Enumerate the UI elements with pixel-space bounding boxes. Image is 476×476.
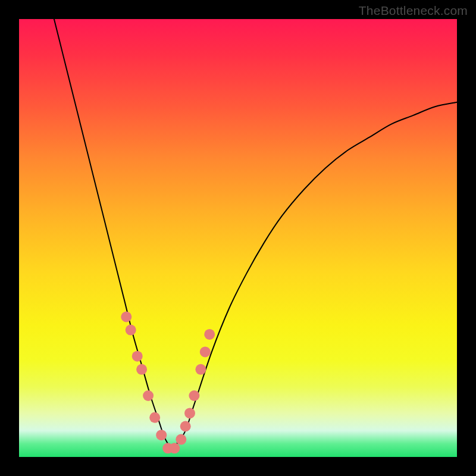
highlight-point: [132, 351, 143, 362]
highlight-point: [204, 329, 215, 340]
highlight-point: [176, 434, 186, 445]
highlight-point: [180, 421, 191, 432]
highlight-point: [200, 346, 211, 357]
highlight-point: [156, 430, 167, 440]
highlight-point: [189, 390, 199, 401]
watermark-text: TheBottleneck.com: [359, 4, 468, 18]
plot-area: [19, 19, 457, 457]
curve-svg: [19, 19, 457, 457]
bottleneck-curve: [54, 19, 457, 448]
highlight-point: [195, 364, 206, 375]
highlight-point: [143, 390, 154, 401]
highlight-point: [184, 408, 195, 418]
highlight-point: [149, 412, 160, 423]
highlight-point: [126, 325, 136, 336]
highlight-point: [121, 312, 131, 322]
highlight-point: [136, 364, 147, 375]
chart-frame: TheBottleneck.com: [0, 0, 476, 476]
highlight-point: [169, 443, 180, 453]
